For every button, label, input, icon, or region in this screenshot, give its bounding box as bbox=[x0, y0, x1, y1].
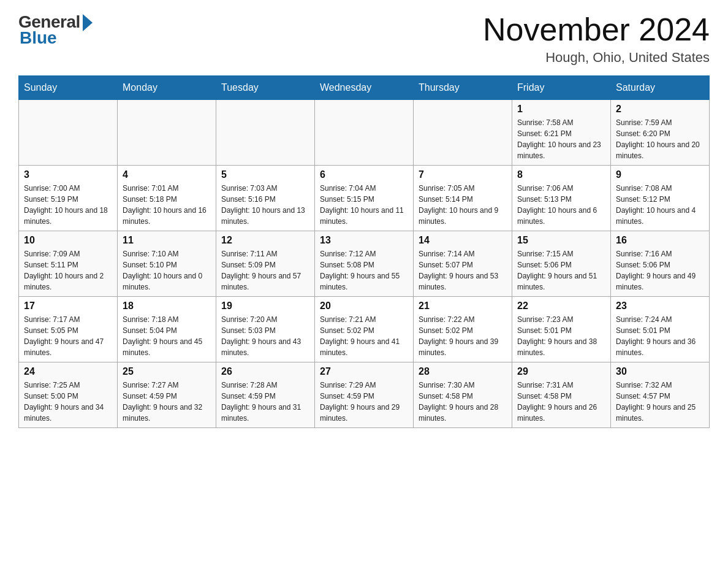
calendar-cell: 16Sunrise: 7:16 AMSunset: 5:06 PMDayligh… bbox=[611, 231, 710, 297]
day-info: Sunrise: 7:24 AMSunset: 5:01 PMDaylight:… bbox=[616, 314, 704, 358]
day-info: Sunrise: 7:11 AMSunset: 5:09 PMDaylight:… bbox=[221, 248, 309, 293]
calendar-cell: 14Sunrise: 7:14 AMSunset: 5:07 PMDayligh… bbox=[414, 231, 512, 297]
day-number: 10 bbox=[24, 235, 112, 246]
calendar-cell: 29Sunrise: 7:31 AMSunset: 4:58 PMDayligh… bbox=[512, 362, 611, 428]
calendar-cell bbox=[315, 100, 414, 166]
day-number: 7 bbox=[419, 169, 507, 180]
day-info: Sunrise: 7:10 AMSunset: 5:10 PMDaylight:… bbox=[123, 248, 211, 293]
logo-blue-text: Blue bbox=[20, 28, 57, 48]
calendar-week-row: 1Sunrise: 7:58 AMSunset: 6:21 PMDaylight… bbox=[19, 100, 710, 166]
day-number: 24 bbox=[24, 366, 112, 377]
calendar-cell: 1Sunrise: 7:58 AMSunset: 6:21 PMDaylight… bbox=[512, 100, 611, 166]
logo-arrow-icon bbox=[83, 14, 93, 31]
calendar-header-tuesday: Tuesday bbox=[216, 76, 315, 100]
day-info: Sunrise: 7:01 AMSunset: 5:18 PMDaylight:… bbox=[123, 183, 211, 227]
day-info: Sunrise: 7:04 AMSunset: 5:15 PMDaylight:… bbox=[320, 183, 408, 227]
calendar-cell: 10Sunrise: 7:09 AMSunset: 5:11 PMDayligh… bbox=[19, 231, 118, 297]
title-area: November 2024 Hough, Ohio, United States bbox=[483, 12, 710, 66]
calendar-cell: 8Sunrise: 7:06 AMSunset: 5:13 PMDaylight… bbox=[512, 166, 611, 231]
day-number: 20 bbox=[320, 301, 408, 312]
day-number: 2 bbox=[616, 104, 704, 115]
day-info: Sunrise: 7:25 AMSunset: 5:00 PMDaylight:… bbox=[24, 380, 112, 424]
calendar-header-sunday: Sunday bbox=[19, 76, 118, 100]
day-info: Sunrise: 7:29 AMSunset: 4:59 PMDaylight:… bbox=[320, 380, 408, 424]
day-number: 18 bbox=[123, 301, 211, 312]
calendar-cell bbox=[216, 100, 315, 166]
day-info: Sunrise: 7:28 AMSunset: 4:59 PMDaylight:… bbox=[221, 380, 309, 424]
day-info: Sunrise: 7:21 AMSunset: 5:02 PMDaylight:… bbox=[320, 314, 408, 358]
calendar-header-friday: Friday bbox=[512, 76, 611, 100]
calendar-cell: 23Sunrise: 7:24 AMSunset: 5:01 PMDayligh… bbox=[611, 297, 710, 362]
day-info: Sunrise: 7:22 AMSunset: 5:02 PMDaylight:… bbox=[419, 314, 507, 358]
logo: General Blue bbox=[18, 12, 93, 48]
day-info: Sunrise: 7:31 AMSunset: 4:58 PMDaylight:… bbox=[517, 380, 605, 424]
day-info: Sunrise: 7:18 AMSunset: 5:04 PMDaylight:… bbox=[123, 314, 211, 358]
day-number: 15 bbox=[517, 235, 605, 246]
calendar-week-row: 10Sunrise: 7:09 AMSunset: 5:11 PMDayligh… bbox=[19, 231, 710, 297]
day-info: Sunrise: 7:09 AMSunset: 5:11 PMDaylight:… bbox=[24, 248, 112, 293]
calendar-table: SundayMondayTuesdayWednesdayThursdayFrid… bbox=[18, 75, 710, 428]
day-info: Sunrise: 7:23 AMSunset: 5:01 PMDaylight:… bbox=[517, 314, 605, 358]
day-info: Sunrise: 7:06 AMSunset: 5:13 PMDaylight:… bbox=[517, 183, 605, 227]
calendar-cell: 13Sunrise: 7:12 AMSunset: 5:08 PMDayligh… bbox=[315, 231, 414, 297]
day-number: 27 bbox=[320, 366, 408, 377]
day-number: 19 bbox=[221, 301, 309, 312]
day-info: Sunrise: 7:12 AMSunset: 5:08 PMDaylight:… bbox=[320, 248, 408, 293]
calendar-cell: 9Sunrise: 7:08 AMSunset: 5:12 PMDaylight… bbox=[611, 166, 710, 231]
day-info: Sunrise: 7:30 AMSunset: 4:58 PMDaylight:… bbox=[419, 380, 507, 424]
day-info: Sunrise: 7:58 AMSunset: 6:21 PMDaylight:… bbox=[517, 117, 605, 161]
calendar-header-thursday: Thursday bbox=[414, 76, 512, 100]
day-info: Sunrise: 7:20 AMSunset: 5:03 PMDaylight:… bbox=[221, 314, 309, 358]
day-info: Sunrise: 7:03 AMSunset: 5:16 PMDaylight:… bbox=[221, 183, 309, 227]
page-header: General Blue November 2024 Hough, Ohio, … bbox=[18, 12, 710, 66]
calendar-cell: 19Sunrise: 7:20 AMSunset: 5:03 PMDayligh… bbox=[216, 297, 315, 362]
calendar-cell: 4Sunrise: 7:01 AMSunset: 5:18 PMDaylight… bbox=[118, 166, 216, 231]
calendar-cell: 20Sunrise: 7:21 AMSunset: 5:02 PMDayligh… bbox=[315, 297, 414, 362]
day-number: 14 bbox=[419, 235, 507, 246]
calendar-cell: 6Sunrise: 7:04 AMSunset: 5:15 PMDaylight… bbox=[315, 166, 414, 231]
calendar-week-row: 24Sunrise: 7:25 AMSunset: 5:00 PMDayligh… bbox=[19, 362, 710, 428]
calendar-cell: 2Sunrise: 7:59 AMSunset: 6:20 PMDaylight… bbox=[611, 100, 710, 166]
calendar-cell bbox=[414, 100, 512, 166]
calendar-cell: 17Sunrise: 7:17 AMSunset: 5:05 PMDayligh… bbox=[19, 297, 118, 362]
calendar-cell: 18Sunrise: 7:18 AMSunset: 5:04 PMDayligh… bbox=[118, 297, 216, 362]
calendar-cell: 27Sunrise: 7:29 AMSunset: 4:59 PMDayligh… bbox=[315, 362, 414, 428]
day-number: 30 bbox=[616, 366, 704, 377]
day-info: Sunrise: 7:16 AMSunset: 5:06 PMDaylight:… bbox=[616, 248, 704, 293]
location-text: Hough, Ohio, United States bbox=[483, 50, 710, 66]
day-number: 12 bbox=[221, 235, 309, 246]
day-number: 3 bbox=[24, 169, 112, 180]
calendar-cell: 24Sunrise: 7:25 AMSunset: 5:00 PMDayligh… bbox=[19, 362, 118, 428]
day-info: Sunrise: 7:05 AMSunset: 5:14 PMDaylight:… bbox=[419, 183, 507, 227]
calendar-cell bbox=[118, 100, 216, 166]
day-number: 21 bbox=[419, 301, 507, 312]
day-number: 26 bbox=[221, 366, 309, 377]
calendar-week-row: 3Sunrise: 7:00 AMSunset: 5:19 PMDaylight… bbox=[19, 166, 710, 231]
day-number: 9 bbox=[616, 169, 704, 180]
calendar-cell: 7Sunrise: 7:05 AMSunset: 5:14 PMDaylight… bbox=[414, 166, 512, 231]
calendar-cell: 26Sunrise: 7:28 AMSunset: 4:59 PMDayligh… bbox=[216, 362, 315, 428]
calendar-cell: 28Sunrise: 7:30 AMSunset: 4:58 PMDayligh… bbox=[414, 362, 512, 428]
day-info: Sunrise: 7:27 AMSunset: 4:59 PMDaylight:… bbox=[123, 380, 211, 424]
day-info: Sunrise: 7:17 AMSunset: 5:05 PMDaylight:… bbox=[24, 314, 112, 358]
day-number: 22 bbox=[517, 301, 605, 312]
day-number: 25 bbox=[123, 366, 211, 377]
calendar-cell: 30Sunrise: 7:32 AMSunset: 4:57 PMDayligh… bbox=[611, 362, 710, 428]
calendar-cell: 3Sunrise: 7:00 AMSunset: 5:19 PMDaylight… bbox=[19, 166, 118, 231]
day-number: 5 bbox=[221, 169, 309, 180]
calendar-cell bbox=[19, 100, 118, 166]
day-number: 29 bbox=[517, 366, 605, 377]
day-info: Sunrise: 7:00 AMSunset: 5:19 PMDaylight:… bbox=[24, 183, 112, 227]
calendar-header-row: SundayMondayTuesdayWednesdayThursdayFrid… bbox=[19, 76, 710, 100]
day-info: Sunrise: 7:59 AMSunset: 6:20 PMDaylight:… bbox=[616, 117, 704, 161]
day-info: Sunrise: 7:14 AMSunset: 5:07 PMDaylight:… bbox=[419, 248, 507, 293]
month-title: November 2024 bbox=[483, 12, 710, 47]
day-info: Sunrise: 7:15 AMSunset: 5:06 PMDaylight:… bbox=[517, 248, 605, 293]
calendar-header-monday: Monday bbox=[118, 76, 216, 100]
calendar-cell: 15Sunrise: 7:15 AMSunset: 5:06 PMDayligh… bbox=[512, 231, 611, 297]
day-number: 13 bbox=[320, 235, 408, 246]
calendar-cell: 5Sunrise: 7:03 AMSunset: 5:16 PMDaylight… bbox=[216, 166, 315, 231]
day-number: 23 bbox=[616, 301, 704, 312]
day-number: 4 bbox=[123, 169, 211, 180]
day-number: 11 bbox=[123, 235, 211, 246]
